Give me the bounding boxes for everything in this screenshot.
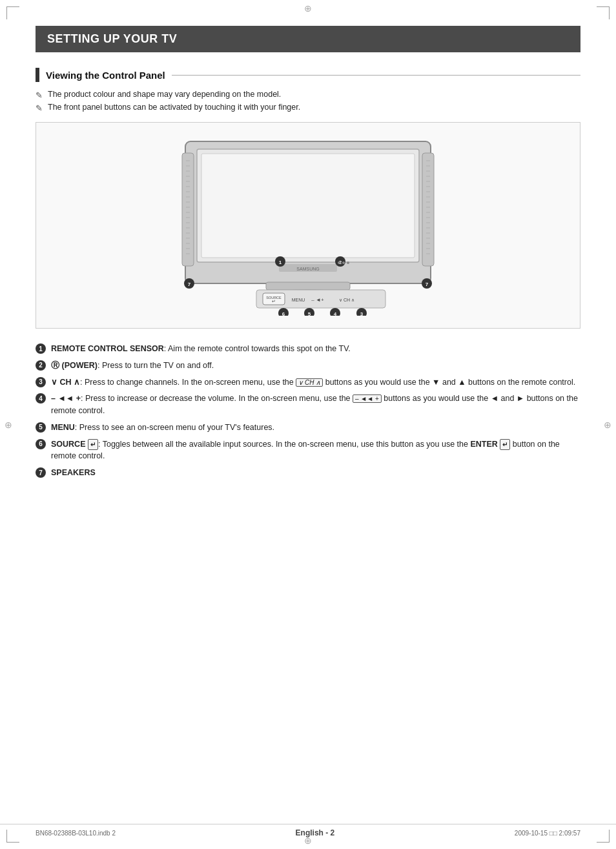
header-banner: SETTING UP YOUR TV: [36, 26, 580, 52]
tv-illustration: SAMSUNG SOURCE ↵ MENU – ◄+ ∨ CH ∧ 1 2: [127, 135, 489, 316]
desc-number-3: 3: [36, 377, 46, 387]
svg-rect-2: [201, 154, 415, 258]
desc-number-5: 5: [36, 422, 46, 433]
desc-text-3: ∨ CH ∧: Press to change channels. In the…: [51, 376, 580, 389]
svg-text:SAMSUNG: SAMSUNG: [296, 267, 319, 271]
crop-mark-tr: [597, 6, 610, 19]
svg-rect-5: [266, 282, 350, 290]
svg-text:3: 3: [360, 311, 364, 316]
desc-text-7: SPEAKERS: [51, 467, 580, 479]
tv-diagram: SAMSUNG SOURCE ↵ MENU – ◄+ ∨ CH ∧ 1 2: [36, 122, 580, 329]
note-text-2: The front panel buttons can be activated…: [48, 103, 300, 112]
svg-point-72: [347, 261, 349, 264]
svg-text:7: 7: [188, 281, 191, 287]
crop-mark-tl: [6, 6, 19, 19]
svg-rect-30: [182, 153, 194, 266]
desc-item-3: 3 ∨ CH ∧: Press to change channels. In t…: [36, 376, 580, 389]
desc-number-1: 1: [36, 343, 46, 354]
section-heading-bar: [36, 68, 39, 82]
svg-rect-50: [422, 153, 434, 266]
desc-item-5: 5 MENU: Press to see an on-screen menu o…: [36, 422, 580, 434]
descriptions-container: 1 REMOTE CONTROL SENSOR: Aim the remote …: [36, 343, 580, 479]
reg-mark-top: ⊕: [303, 3, 313, 14]
page-footer: BN68-02388B-03L10.indb 2 English - 2 200…: [0, 824, 616, 837]
desc-number-2: 2: [36, 360, 46, 371]
section-heading: Viewing the Control Panel: [36, 68, 580, 82]
reg-mark-right: ⊕: [602, 420, 613, 430]
svg-text:MENU: MENU: [292, 298, 305, 302]
section-heading-line: [172, 75, 580, 76]
notes-container: ✎ The product colour and shape may vary …: [36, 90, 580, 113]
desc-text-5: MENU: Press to see an on-screen menu of …: [51, 422, 580, 434]
page-content: SETTING UP YOUR TV Viewing the Control P…: [36, 26, 580, 479]
footer-page-label: English - 2: [296, 828, 335, 837]
note-text-1: The product colour and shape may vary de…: [48, 90, 281, 99]
note-item-2: ✎ The front panel buttons can be activat…: [36, 103, 580, 113]
desc-number-4: 4: [36, 393, 46, 404]
desc-item-7: 7 SPEAKERS: [36, 467, 580, 479]
desc-text-2: Ⓡ (POWER): Press to turn the TV on and o…: [51, 360, 580, 372]
svg-text:7: 7: [426, 281, 429, 287]
note-item-1: ✎ The product colour and shape may vary …: [36, 90, 580, 100]
svg-point-70: [338, 261, 340, 264]
svg-text:6: 6: [282, 311, 285, 316]
reg-mark-left: ⊕: [3, 420, 14, 430]
svg-text:↵: ↵: [272, 299, 276, 303]
desc-text-6: SOURCE ↵: Toggles between all the availa…: [51, 438, 580, 463]
desc-item-1: 1 REMOTE CONTROL SENSOR: Aim the remote …: [36, 343, 580, 355]
footer-file: BN68-02388B-03L10.indb 2: [36, 830, 116, 837]
desc-number-7: 7: [36, 467, 46, 478]
note-icon-2: ✎: [36, 103, 43, 113]
desc-item-4: 4 – ◄◄ +: Press to increase or decrease …: [36, 393, 580, 417]
header-title: SETTING UP YOUR TV: [47, 32, 177, 45]
svg-text:1: 1: [279, 260, 282, 265]
svg-text:4: 4: [334, 311, 337, 316]
svg-text:– ◄+: – ◄+: [311, 297, 324, 303]
desc-text-4: – ◄◄ +: Press to increase or decrease th…: [51, 393, 580, 417]
footer-date: 2009-10-15 □□ 2:09:57: [515, 830, 580, 837]
desc-number-6: 6: [36, 439, 46, 449]
svg-point-71: [342, 261, 345, 264]
desc-item-6: 6 SOURCE ↵: Toggles between all the avai…: [36, 438, 580, 463]
desc-text-1: REMOTE CONTROL SENSOR: Aim the remote co…: [51, 343, 580, 355]
note-icon-1: ✎: [36, 90, 43, 100]
section-heading-text: Viewing the Control Panel: [46, 70, 165, 81]
svg-text:∨ CH ∧: ∨ CH ∧: [339, 298, 354, 302]
svg-text:5: 5: [308, 311, 311, 316]
desc-item-2: 2 Ⓡ (POWER): Press to turn the TV on and…: [36, 360, 580, 372]
